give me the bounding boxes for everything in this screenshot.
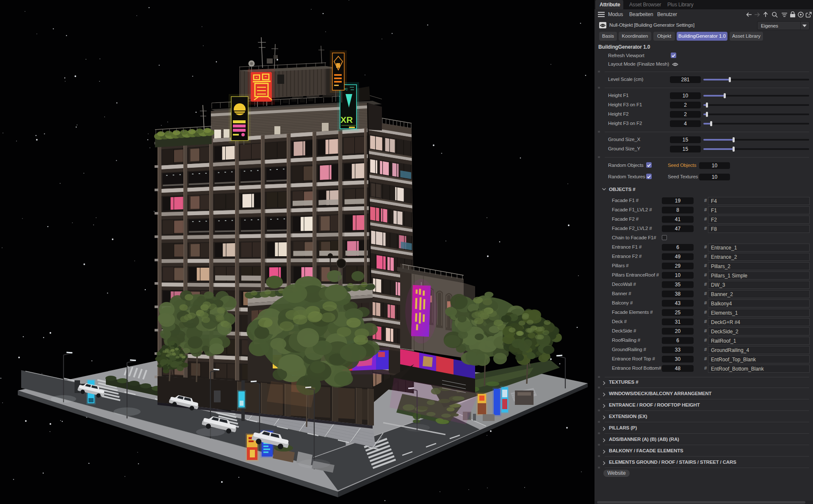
svg-text:XR: XR xyxy=(340,115,353,125)
